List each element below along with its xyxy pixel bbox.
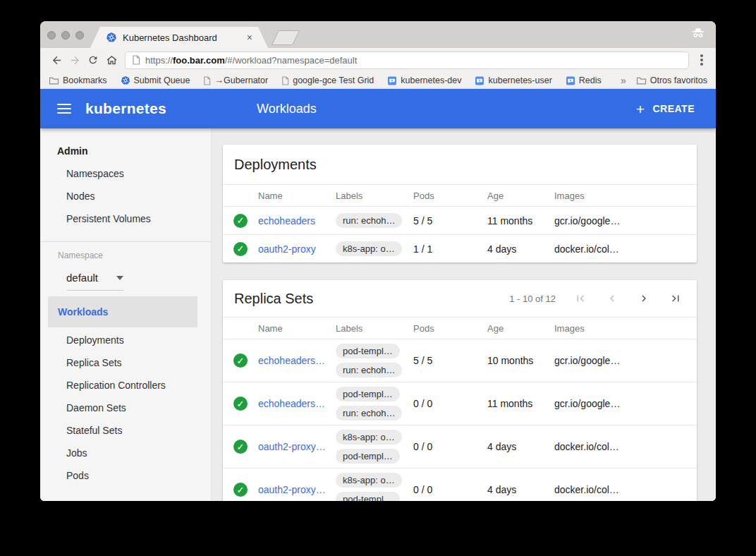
bookmark-redis[interactable]: Redis bbox=[566, 75, 602, 85]
page-icon bbox=[203, 76, 211, 85]
home-icon[interactable] bbox=[102, 51, 121, 69]
page-title: Workloads bbox=[257, 102, 317, 116]
label-chip: k8s-app: o… bbox=[336, 430, 402, 445]
status-ok-icon: ✓ bbox=[233, 440, 248, 454]
last-page-icon[interactable] bbox=[669, 291, 683, 306]
sidebar-item-namespaces[interactable]: Namespaces bbox=[40, 162, 211, 185]
label-chip: pod-templ… bbox=[336, 449, 400, 464]
bookmark-submit-queue[interactable]: Submit Queue bbox=[121, 75, 190, 85]
status-ok-icon: ✓ bbox=[233, 483, 248, 497]
status-ok-icon: ✓ bbox=[233, 214, 248, 228]
age-cell: 4 days bbox=[487, 484, 554, 495]
first-page-icon[interactable] bbox=[573, 291, 587, 306]
kubernetes-logo[interactable]: kubernetes bbox=[85, 100, 166, 117]
bookmark-gubernator[interactable]: →Gubernator bbox=[203, 75, 268, 85]
incognito-icon bbox=[690, 27, 706, 41]
back-icon[interactable] bbox=[47, 51, 66, 69]
browser-tab[interactable]: Kubernetes Dashboard × bbox=[90, 27, 268, 48]
images-cell: docker.io/col… bbox=[554, 484, 663, 495]
previous-page-icon[interactable] bbox=[605, 291, 619, 306]
bookmarks-bar: Bookmarks Submit Queue →Gubernator googl… bbox=[40, 72, 716, 89]
sidebar-item-pods[interactable]: Pods bbox=[40, 464, 211, 487]
age-cell: 11 months bbox=[487, 215, 554, 226]
bookmark-kubernetes-dev[interactable]: kubernetes-dev bbox=[387, 75, 461, 85]
table-row: ✓ echoheaders run: echoh… 5 / 5 11 month… bbox=[223, 206, 697, 234]
namespace-label: Namespace bbox=[40, 250, 211, 260]
resource-link[interactable]: echoheaders… bbox=[258, 398, 325, 409]
tab-close-icon[interactable]: × bbox=[247, 32, 252, 42]
bookmarks-overflow-icon[interactable]: » bbox=[621, 75, 626, 86]
forward-icon[interactable] bbox=[66, 51, 84, 69]
browser-window: Kubernetes Dashboard × https://foo.bar.c… bbox=[40, 21, 716, 501]
groups-icon bbox=[475, 76, 484, 85]
tab-title: Kubernetes Dashboard bbox=[123, 32, 217, 43]
resource-link[interactable]: oauth2-proxy… bbox=[258, 484, 326, 495]
sidebar-item-stateful-sets[interactable]: Stateful Sets bbox=[40, 419, 211, 442]
folder-icon bbox=[636, 76, 647, 85]
sidebar-item-admin[interactable]: Admin bbox=[40, 140, 211, 162]
resource-link[interactable]: oauth2-proxy… bbox=[258, 441, 326, 452]
bookmark-kubernetes-user[interactable]: kubernetes-user bbox=[475, 75, 551, 85]
age-cell: 4 days bbox=[487, 243, 554, 255]
label-chip: pod-templ… bbox=[336, 344, 400, 358]
bookmark-google-gce-test-grid[interactable]: google-gce Test Grid bbox=[281, 75, 374, 85]
sidebar-item-daemon-sets[interactable]: Daemon Sets bbox=[40, 397, 211, 419]
sidebar-item-nodes[interactable]: Nodes bbox=[40, 185, 211, 207]
table-row: ✓ oauth2-proxy k8s-app: o… 1 / 1 4 days … bbox=[223, 234, 697, 262]
sidebar-item-replication-controllers[interactable]: Replication Controllers bbox=[40, 374, 211, 397]
label-chip: pod-templ… bbox=[336, 387, 400, 401]
kubernetes-favicon-icon bbox=[106, 32, 117, 43]
table-header: Name Labels Pods Age Images bbox=[223, 184, 697, 206]
images-cell: gcr.io/google… bbox=[554, 355, 663, 366]
status-ok-icon: ✓ bbox=[233, 397, 248, 411]
resource-link[interactable]: echoheaders… bbox=[258, 355, 325, 366]
pods-cell: 5 / 5 bbox=[413, 215, 487, 226]
content-area: Deployments Name Labels Pods Age Images … bbox=[212, 128, 716, 501]
table-row: ✓ oauth2-proxy… k8s-app: o… pod-templ… 0… bbox=[223, 425, 697, 468]
address-bar[interactable]: https://foo.bar.com/#/workload?namespace… bbox=[125, 52, 689, 69]
reload-icon[interactable] bbox=[84, 51, 102, 69]
browser-menu-icon[interactable] bbox=[700, 59, 703, 61]
folder-icon bbox=[49, 76, 59, 85]
kubernetes-icon bbox=[121, 75, 130, 85]
label-chip: k8s-app: o… bbox=[336, 241, 402, 256]
sidebar-item-jobs[interactable]: Jobs bbox=[40, 442, 211, 464]
pagination-range: 1 - 10 of 12 bbox=[509, 294, 556, 304]
window-zoom-button[interactable] bbox=[75, 31, 84, 40]
window-minimize-button[interactable] bbox=[61, 31, 70, 40]
create-button[interactable]: + CREATE bbox=[636, 102, 695, 116]
table-row: ✓ echoheaders… pod-templ… run: echoh… 0 … bbox=[223, 382, 697, 425]
tab-strip: Kubernetes Dashboard × bbox=[40, 21, 716, 48]
sidebar-divider bbox=[40, 241, 211, 242]
app-header: kubernetes Workloads + CREATE bbox=[40, 89, 716, 128]
label-chip: k8s-app: o… bbox=[336, 473, 402, 488]
hamburger-menu-icon[interactable] bbox=[57, 104, 71, 114]
images-cell: gcr.io/google… bbox=[554, 215, 663, 226]
groups-icon bbox=[387, 76, 397, 85]
next-page-icon[interactable] bbox=[637, 291, 651, 306]
label-chip: run: echoh… bbox=[336, 406, 402, 421]
images-cell: docker.io/col… bbox=[554, 441, 663, 452]
pods-cell: 1 / 1 bbox=[413, 243, 487, 255]
main-area: Admin Namespaces Nodes Persistent Volume… bbox=[40, 128, 716, 501]
bookmark-bookmarks-folder[interactable]: Bookmarks bbox=[49, 75, 107, 85]
sidebar-item-persistent-volumes[interactable]: Persistent Volumes bbox=[40, 207, 211, 230]
sidebar-item-replica-sets[interactable]: Replica Sets bbox=[40, 351, 211, 374]
resource-link[interactable]: echoheaders bbox=[258, 215, 315, 226]
sidebar-item-deployments[interactable]: Deployments bbox=[40, 329, 211, 351]
resource-link[interactable]: oauth2-proxy bbox=[258, 243, 316, 255]
window-controls bbox=[47, 31, 84, 40]
table-row: ✓ echoheaders… pod-templ… run: echoh… 5 … bbox=[223, 339, 697, 382]
namespace-select[interactable]: default bbox=[66, 272, 123, 291]
sidebar-item-workloads[interactable]: Workloads bbox=[48, 296, 197, 327]
url-text: https://foo.bar.com/#/workload?namespace… bbox=[145, 55, 357, 66]
window-close-button[interactable] bbox=[47, 31, 56, 40]
card-title: Replica Sets bbox=[234, 291, 313, 307]
browser-toolbar: https://foo.bar.com/#/workload?namespace… bbox=[40, 48, 716, 72]
card-title: Deployments bbox=[223, 145, 697, 184]
label-chip: pod-templ… bbox=[336, 492, 400, 501]
table-header: Name Labels Pods Age Images bbox=[223, 317, 697, 339]
images-cell: gcr.io/google… bbox=[554, 398, 663, 409]
new-tab-button[interactable] bbox=[272, 30, 300, 45]
bookmark-otros-favoritos-folder[interactable]: Otros favoritos bbox=[636, 75, 707, 85]
